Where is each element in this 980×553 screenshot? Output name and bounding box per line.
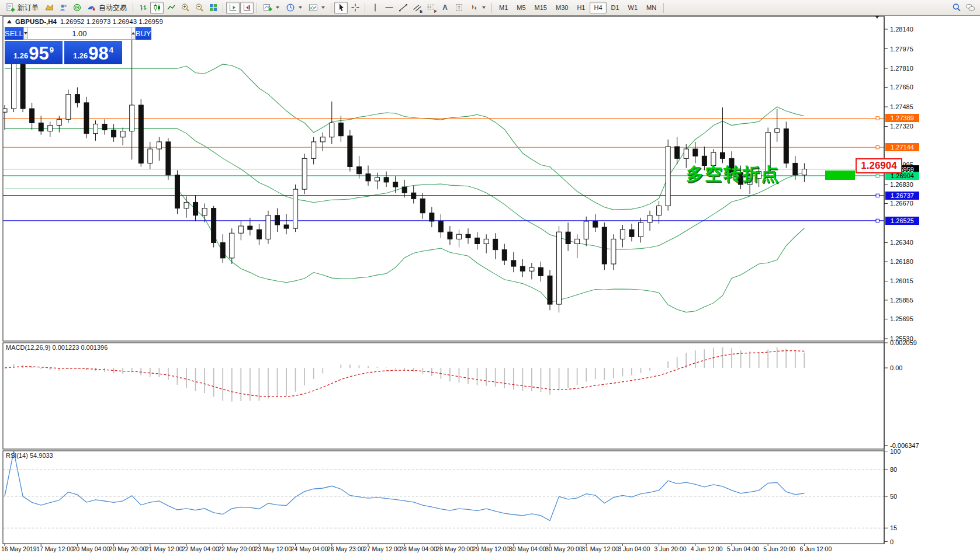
community-button[interactable] (56, 2, 70, 14)
sell-price-prefix: 1.26 (13, 51, 28, 60)
price-badge: 1.27144 (885, 143, 919, 151)
timeframe-W1[interactable]: W1 (624, 2, 642, 13)
tile-windows-icon (209, 3, 218, 12)
candle (266, 211, 271, 244)
templates-button[interactable] (306, 2, 328, 14)
price-tick-label: 1.26830 (890, 181, 913, 188)
timeframe-M5[interactable]: M5 (512, 2, 529, 13)
candle (293, 185, 298, 232)
candlestick-chart-button[interactable] (150, 2, 164, 14)
zoom-in-icon (181, 3, 190, 12)
date-tick-label: 23 May 12:00 (254, 545, 292, 552)
candle (138, 99, 143, 167)
price-tick-label: 1.26180 (890, 258, 913, 265)
date-tick-label: 3 Jun 04:00 (618, 545, 650, 552)
chevron-down-icon (299, 6, 302, 9)
timeframe-H1[interactable]: H1 (573, 2, 589, 13)
line-handle (876, 194, 879, 197)
text-label-button[interactable]: T (452, 2, 466, 14)
autotrade-button[interactable]: 自动交易 (84, 2, 130, 14)
new-order-label: 新订单 (18, 3, 39, 13)
sell-price-box[interactable]: 1.26 95 9 (5, 41, 63, 64)
timeframe-D1[interactable]: D1 (607, 2, 624, 13)
chart-canvas[interactable] (0, 16, 980, 553)
price-tick-label: 1.28140 (890, 26, 913, 33)
annotation-green-bar[interactable] (825, 171, 855, 180)
date-tick-label: 24 May 04:00 (291, 545, 328, 552)
date-tick-label: 22 May 04:00 (182, 545, 219, 552)
zoom-out-button[interactable] (192, 2, 206, 14)
price-callout-tag[interactable]: 1.26904 (856, 158, 902, 173)
auto-scroll-button[interactable] (226, 2, 240, 14)
indicators-icon (263, 3, 272, 12)
panel-collapse-icon[interactable] (7, 20, 12, 23)
date-tick-label: 28 May 04:00 (400, 545, 437, 552)
timeframe-M1[interactable]: M1 (495, 2, 512, 13)
vertical-line-button[interactable] (368, 2, 382, 14)
date-tick-label: 16 May 2019 (1, 545, 37, 552)
periods-button[interactable] (283, 2, 305, 14)
bar-chart-button[interactable] (136, 2, 150, 14)
auto-scroll-icon (228, 3, 238, 12)
date-tick-label: 20 May 04:00 (72, 545, 110, 552)
buy-button[interactable]: BUY (136, 27, 151, 40)
search-icon (952, 3, 961, 12)
timeframe-MN[interactable]: MN (642, 2, 660, 13)
timeframe-H4[interactable]: H4 (590, 2, 606, 13)
sell-button[interactable]: SELL (5, 27, 23, 40)
timeframe-M30[interactable]: M30 (552, 2, 572, 13)
date-tick-label: 30 May 20:00 (545, 545, 583, 552)
line-chart-button[interactable] (164, 2, 178, 14)
date-tick-label: 22 May 20:00 (218, 545, 255, 552)
price-tick-label: 1.27810 (890, 65, 913, 72)
chat-button[interactable] (964, 2, 977, 14)
market-watch-button[interactable] (42, 2, 56, 14)
chart-menu-icon[interactable] (875, 19, 879, 29)
text-button[interactable]: A (438, 2, 452, 14)
toolbar-separator (257, 3, 257, 13)
chevron-down-icon (321, 6, 325, 9)
autotrade-icon (87, 3, 96, 12)
toolbar-separator (491, 3, 492, 13)
volume-decrease-button[interactable] (23, 27, 28, 40)
cursor-button[interactable] (334, 2, 348, 14)
timeframe-M15[interactable]: M15 (531, 2, 551, 13)
macd-tick-label: 0.00 (890, 364, 902, 371)
zoom-in-button[interactable] (178, 2, 192, 14)
signals-button[interactable] (70, 2, 84, 14)
fibonacci-button[interactable]: F (424, 2, 438, 14)
price-tick-label: 1.27975 (890, 46, 913, 53)
symbol-title: GBPUSD-,H4 (15, 18, 57, 25)
arrows-button[interactable] (466, 2, 489, 14)
indicators-button[interactable] (260, 2, 282, 14)
channel-sub-label: E (420, 9, 423, 13)
rsi-tick-label: 0 (890, 538, 894, 545)
volume-increase-button[interactable] (131, 27, 136, 40)
timeframe-group: M1M5M15M30H1H4D1W1MN (495, 2, 660, 13)
sell-price-big: 95 (29, 45, 49, 62)
price-tick-label: 1.26340 (890, 239, 913, 246)
rsi-tick-label: 80 (890, 466, 897, 473)
horizontal-line-button[interactable] (382, 2, 396, 14)
chart-shift-button[interactable] (240, 2, 254, 14)
macd-tick-label: 0.002059 (890, 339, 917, 346)
zoom-out-icon (195, 3, 204, 12)
new-order-icon (6, 3, 15, 12)
buy-price-box[interactable]: 1.26 98 4 (64, 41, 122, 64)
trendline-icon (399, 3, 408, 12)
cursor-icon (337, 3, 346, 12)
search-button[interactable] (950, 2, 963, 14)
trendline-button[interactable] (396, 2, 410, 14)
crosshair-button[interactable] (348, 2, 362, 14)
clock-icon (286, 3, 295, 12)
price-tick-label: 1.27320 (890, 123, 913, 130)
candle (784, 121, 788, 168)
chevron-down-icon (276, 6, 279, 9)
volume-input[interactable] (28, 27, 131, 40)
new-order-button[interactable]: 新订单 (3, 2, 41, 14)
tile-windows-button[interactable] (206, 2, 220, 14)
channel-button[interactable]: E (410, 2, 424, 14)
bar-chart-icon (138, 3, 148, 12)
chart-annotation-text[interactable]: 多空转折点 (686, 162, 780, 186)
ohlc-values: 1.26952 1.26973 1.26943 1.26959 (60, 18, 163, 25)
